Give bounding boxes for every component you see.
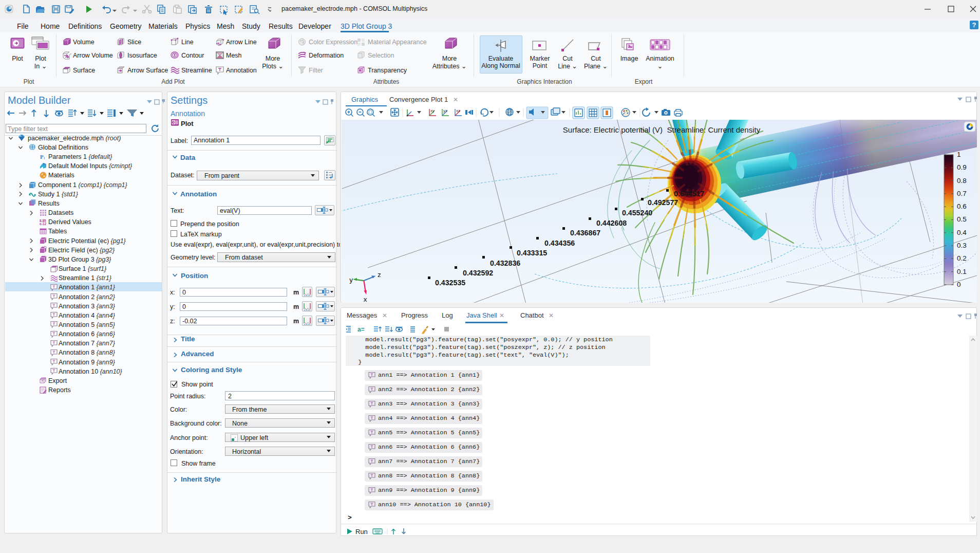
svg-text:0.7: 0.7 bbox=[957, 190, 967, 197]
svg-text:0.436867: 0.436867 bbox=[570, 229, 600, 237]
svg-text:xz: xz bbox=[456, 108, 460, 113]
svg-text:x: x bbox=[364, 296, 367, 303]
svg-text:0: 0 bbox=[957, 281, 961, 288]
svg-text:1: 1 bbox=[957, 151, 961, 158]
svg-text:0.6: 0.6 bbox=[957, 202, 967, 210]
svg-text:Surface: Electric potential (V: Surface: Electric potential (V) Streamli… bbox=[563, 125, 761, 134]
svg-text:0.8: 0.8 bbox=[957, 177, 967, 185]
svg-text:0.3: 0.3 bbox=[957, 242, 967, 249]
svg-text:a=: a= bbox=[357, 326, 365, 333]
svg-text:0.5: 0.5 bbox=[957, 215, 967, 223]
svg-text:0.442608: 0.442608 bbox=[596, 219, 627, 227]
svg-text:0.432535: 0.432535 bbox=[435, 279, 465, 287]
svg-text:P: P bbox=[40, 154, 44, 160]
svg-text:0.433315: 0.433315 bbox=[517, 249, 547, 257]
svg-text:0.432592: 0.432592 bbox=[463, 269, 493, 277]
svg-text:xy: xy bbox=[430, 108, 435, 113]
svg-text:0.644517: 0.644517 bbox=[674, 190, 704, 198]
svg-text:0.4: 0.4 bbox=[957, 229, 967, 236]
svg-text:0.432836: 0.432836 bbox=[490, 259, 520, 267]
svg-text:0.492577: 0.492577 bbox=[648, 198, 678, 207]
svg-text:0.2: 0.2 bbox=[957, 254, 967, 262]
svg-text:y: y bbox=[349, 276, 353, 284]
svg-text:0.455240: 0.455240 bbox=[622, 209, 652, 217]
svg-text:e-12: e-12 bbox=[40, 222, 46, 226]
svg-text:yz: yz bbox=[443, 108, 447, 113]
svg-text:0.9: 0.9 bbox=[957, 163, 967, 171]
svg-text:z: z bbox=[378, 271, 381, 279]
svg-text:0.1: 0.1 bbox=[957, 268, 967, 275]
svg-text:i: i bbox=[44, 156, 45, 160]
svg-text:0.434356: 0.434356 bbox=[544, 239, 575, 247]
